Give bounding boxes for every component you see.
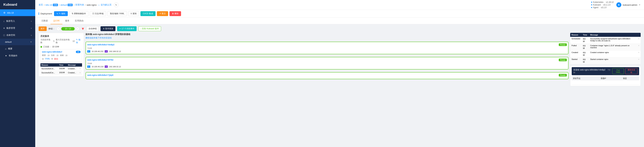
tab-runtime[interactable]: 运行时 <box>50 17 62 24</box>
scale-image-button[interactable]: ⇅ 调整镜像版本 <box>69 11 88 16</box>
event-close-1[interactable]: × <box>637 37 641 44</box>
sidebar-divider-1 <box>0 17 35 17</box>
created-dot <box>40 46 42 48</box>
replica-card: web-nginx-b6fc6dbcf #6 期望: 15 当前: 15 就绪:… <box>40 49 82 62</box>
breadcrumb-ns-tag[interactable]: 切换 <box>68 4 73 6</box>
event-time-1: 8分钟 <box>582 37 589 44</box>
overview-icon: ⌂ <box>5 47 6 50</box>
toolbar-label: Deployment <box>38 12 52 15</box>
replica-delete-link[interactable]: 删除 <box>54 58 58 60</box>
cicd-button[interactable]: CI/CD 集成 <box>140 11 156 16</box>
edit-button[interactable]: ✎ ✎ 编辑 <box>54 11 68 16</box>
kuboard-label: Kuboard <box>593 4 601 6</box>
event-close-4[interactable]: × <box>637 57 641 64</box>
progress-container: ‹ 15 / 15 › <box>56 27 79 31</box>
agent-version: v3.1.0 <box>601 6 606 9</box>
pod-group-title: 副本集 web-nginx-b6fc6dbcf 所管理的容器组 <box>86 33 568 36</box>
breadcrumb-sep-3: > <box>73 4 75 6</box>
max-replicas-value: 10 <box>72 40 75 42</box>
tab-approute[interactable]: 应用路由 <box>72 17 86 24</box>
pod-2-name[interactable]: web-nginx-b6fc6dbcf-6f79d <box>87 59 113 61</box>
reason-header-close <box>78 63 82 67</box>
auto-stretch-label: 自动伸缩 <box>88 27 97 30</box>
user-info: K kuboard-admin ▼ <box>616 2 641 7</box>
close-2[interactable]: × <box>78 71 82 75</box>
sidebar-item-cluster[interactable]: ⚙ k8s-18 <box>0 9 35 16</box>
related-events-button[interactable]: ↩ 17 个关联事件 <box>117 26 136 31</box>
kuboard-dot <box>591 4 592 5</box>
table-row: Created 8分钟 Created container nginx × <box>570 51 641 57</box>
refresh-button[interactable]: ↻ <box>114 2 119 7</box>
pod-card-1: web-nginx-b6fc6dbcf-4m8p2 Ready 7分钟 C 10… <box>86 42 568 54</box>
right-column: Reason Time Message Scheduled 8分钟 Succes… <box>570 33 641 145</box>
user-dropdown-icon[interactable]: ▼ <box>639 4 641 6</box>
close-1[interactable]: × <box>78 67 82 71</box>
sidebar-item-default[interactable]: default ▼ <box>0 39 35 45</box>
breadcrumb-sep-2: > <box>58 4 60 6</box>
kuboard-separator: : <box>602 4 602 6</box>
replica-expected: 15 <box>48 54 50 56</box>
max-replicas-label: 最大历史副本集数 <box>56 38 71 44</box>
sidebar-import-label: 集群导入 <box>6 19 31 23</box>
pod-3-name[interactable]: web-nginx-b6fc6dbcf-7jdp9 <box>87 74 113 76</box>
pod-1-name[interactable]: web-nginx-b6fc6dbcf-4m8p2 <box>87 43 114 46</box>
replica-yaml-link[interactable]: YAML <box>45 58 50 60</box>
breadcrumb-namespace[interactable]: default <box>60 4 67 6</box>
sidebar-item-namespace[interactable]: □ 名称空间 ∧ <box>0 32 35 39</box>
tab-metadata[interactable]: 元数据 <box>38 17 50 24</box>
sidebar-cluster-label: k8s-18 <box>7 11 32 14</box>
breadcrumb-sep-4: > <box>85 4 86 6</box>
event-time-2: 8分钟 <box>582 44 589 51</box>
created-label: 已创建： <box>43 45 51 48</box>
pod-yaml-button[interactable]: Pod YAML <box>612 68 624 74</box>
topbar-right: Kubernetes : v1.18.12 Kuboard : v3.1.1.0… <box>591 1 641 9</box>
breadcrumb-cluster-tag[interactable]: 切换 <box>53 4 58 6</box>
pod-1-time: 7分钟 <box>87 47 567 50</box>
event-msg-1: Successfully assigned default/web-nginx-… <box>589 37 637 44</box>
delete-container-group-button[interactable]: 删除容器组 <box>625 68 638 74</box>
delete-button[interactable]: 🗑 删除 <box>170 11 181 16</box>
events-header-row: Reason Time Message <box>570 33 641 37</box>
cg-col-ip: 容器IP <box>599 77 622 80</box>
pod-2-h-ip: 192.168.32.12 <box>109 66 121 68</box>
sidebar-item-overview[interactable]: ⌂ 概要 <box>0 45 35 52</box>
sidebar-item-import[interactable]: ↓ 集群导入 ∨ <box>0 17 35 25</box>
copy-button[interactable]: ⎘ 复制 <box>128 11 139 16</box>
username: kuboard-admin <box>623 4 637 6</box>
restart-button[interactable]: ↺ 重启 <box>157 11 168 16</box>
kubernetes-label: Kubernetes <box>593 1 604 3</box>
event-close-3[interactable]: × <box>637 51 641 57</box>
sidebar-item-operations[interactable]: ✦ 常用操作 <box>0 52 35 59</box>
msg-2: Created... <box>67 71 78 75</box>
agent-dot <box>591 7 592 8</box>
expand-label: 展开 <box>40 27 45 30</box>
pod-2-c-ip: 10.100.40.218 <box>92 66 103 68</box>
tab-service[interactable]: 服务 <box>62 17 72 24</box>
breadcrumb: 首页 > k8s-18 切换 > default 切换 > 部署列表 > web… <box>38 2 119 7</box>
breadcrumb-home-icon: ⌂ <box>98 4 100 6</box>
history-section-title: 历史版本 <box>40 35 82 38</box>
install-kuboard-button[interactable]: ↓ 安装 Kuboard 套件 <box>138 26 161 31</box>
current-replicas-value: 5 <box>53 40 54 42</box>
breadcrumb-home[interactable]: 首页 <box>38 3 43 6</box>
container-group-table: 所在节点 容器IP 状态 <box>572 77 639 85</box>
pause-update-button[interactable]: ⏸ 暂停更新 <box>100 26 116 31</box>
events-header-msg: Message <box>589 33 637 37</box>
sidebar-item-manage[interactable]: ≡ 集群管理 ∨ <box>0 25 35 32</box>
progress-prev-button[interactable]: ‹ <box>56 27 60 31</box>
reason-header-reason: Reason <box>40 63 58 67</box>
sidebar-overview-label: 概要 <box>8 47 32 50</box>
progress-next-button[interactable]: › <box>76 27 79 31</box>
preview-yaml-button[interactable]: 预览/编辑 YAML <box>108 11 127 16</box>
history-edit-link[interactable]: ✎ 编辑 <box>76 38 82 44</box>
breadcrumb-cluster[interactable]: k8s-18 <box>46 4 52 6</box>
pod-2-status: Ready <box>559 59 567 61</box>
log-terminal-button[interactable]: ▤ 日志/终端 <box>90 11 106 16</box>
expand-button[interactable]: 展开 <box>38 26 47 31</box>
event-close-2[interactable]: × <box>637 44 641 51</box>
breadcrumb-deploylist[interactable]: 部署列表 <box>75 3 84 6</box>
auto-stretch-button[interactable]: 自动伸缩 <box>86 26 99 31</box>
pod-1-status: Ready <box>559 43 567 46</box>
version-row-agent: Agent : v3.1.0 <box>591 6 614 9</box>
breadcrumb-default-page[interactable]: 设为默认页 <box>101 3 112 6</box>
